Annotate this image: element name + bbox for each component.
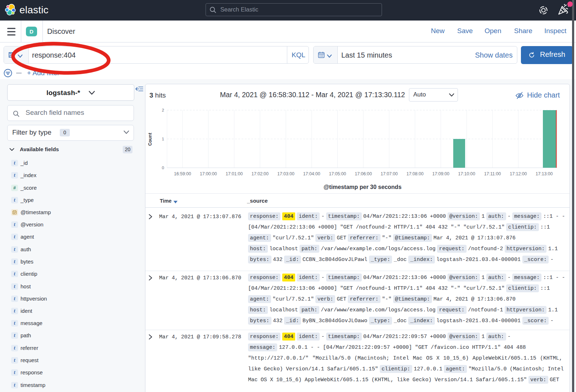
svg-text:17:06:00: 17:06:00 [355, 171, 372, 176]
svg-text:16:59:00: 16:59:00 [174, 171, 191, 176]
svg-text:1: 1 [162, 137, 164, 141]
svg-text:17:04:00: 17:04:00 [303, 171, 320, 176]
svg-text:17:09:00: 17:09:00 [432, 171, 450, 176]
svg-text:17:02:00: 17:02:00 [251, 171, 269, 176]
svg-text:17:11:00: 17:11:00 [484, 171, 501, 176]
svg-text:0: 0 [162, 166, 164, 170]
svg-text:17:03:00: 17:03:00 [277, 171, 294, 176]
svg-text:17:10:00: 17:10:00 [458, 171, 475, 176]
svg-text:17:08:00: 17:08:00 [406, 171, 424, 176]
svg-text:17:05:00: 17:05:00 [329, 171, 346, 176]
svg-text:Count: Count [148, 132, 153, 146]
svg-text:17:07:00: 17:07:00 [381, 171, 398, 176]
svg-text:17:12:00: 17:12:00 [510, 171, 527, 176]
svg-text:2: 2 [162, 108, 164, 112]
svg-text:17:00:00: 17:00:00 [200, 171, 217, 176]
svg-text:17:01:00: 17:01:00 [226, 171, 243, 176]
svg-text:17:13:00: 17:13:00 [536, 171, 553, 176]
svg-text:@timestamp per 30 seconds: @timestamp per 30 seconds [324, 184, 402, 190]
